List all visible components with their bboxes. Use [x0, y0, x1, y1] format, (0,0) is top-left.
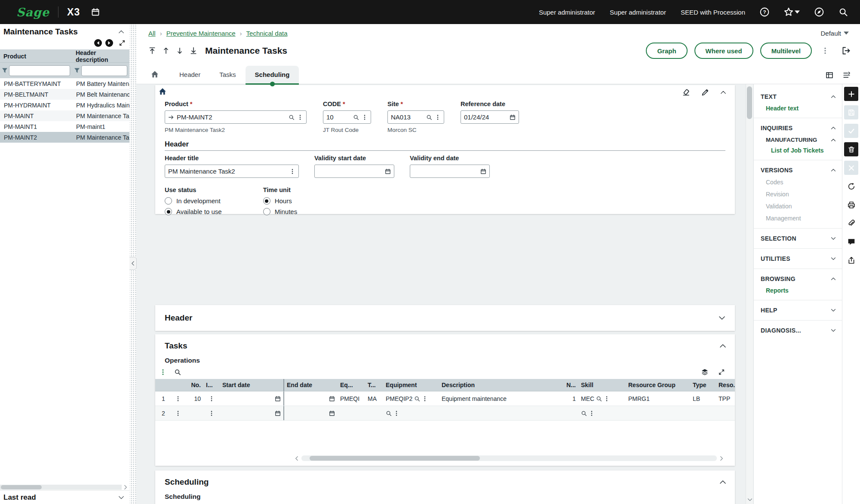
- home-tab-icon[interactable]: [151, 70, 159, 78]
- operations-row[interactable]: 2: [155, 406, 735, 421]
- section-help[interactable]: HELP: [761, 304, 836, 316]
- field-actions-icon[interactable]: [422, 396, 428, 402]
- link-reports[interactable]: Reports: [761, 285, 836, 296]
- collapse-panel-icon[interactable]: [118, 29, 124, 35]
- refresh-button[interactable]: [844, 179, 858, 193]
- col-i[interactable]: I...: [203, 382, 220, 388]
- col-equipment[interactable]: Equipment: [383, 382, 439, 388]
- section-manufacturing[interactable]: MANUFACTURING: [761, 134, 836, 145]
- main-vertical-scrollbar[interactable]: [746, 84, 753, 504]
- pencil-icon[interactable]: [701, 89, 709, 96]
- scroll-left-icon[interactable]: [294, 456, 299, 461]
- column-header-description[interactable]: Header description: [72, 49, 129, 63]
- search-icon[interactable]: [838, 7, 848, 17]
- site-input[interactable]: [391, 113, 424, 121]
- breadcrumb-all[interactable]: All: [148, 30, 156, 37]
- attachments-button[interactable]: [844, 216, 858, 230]
- filter-product-input[interactable]: [9, 65, 70, 76]
- field-actions-icon[interactable]: [604, 396, 610, 402]
- calendar-icon[interactable]: [329, 396, 335, 402]
- section-inquiries[interactable]: INQUIRIES: [761, 122, 836, 134]
- lookup-icon[interactable]: [353, 114, 359, 120]
- print-button[interactable]: [844, 198, 858, 212]
- scroll-down-icon[interactable]: [176, 47, 184, 55]
- multilevel-button[interactable]: Multilevel: [760, 43, 812, 59]
- compass-icon[interactable]: [814, 7, 824, 17]
- calendar-icon[interactable]: [480, 168, 486, 174]
- field-actions-icon[interactable]: [362, 114, 368, 120]
- left-panel-horizontal-scrollbar[interactable]: [0, 484, 129, 490]
- operations-horizontal-scrollbar[interactable]: [292, 455, 726, 461]
- record-row[interactable]: PM-BATTERYMAINTPM Battery Maintena: [0, 78, 129, 89]
- col-eq[interactable]: Eq...: [338, 382, 365, 388]
- calendar-nav-icon[interactable]: [91, 8, 100, 16]
- lookup-icon[interactable]: [596, 396, 602, 402]
- section-browsing[interactable]: BROWSING: [761, 273, 836, 285]
- endpoint-name[interactable]: SEED with Procession: [681, 9, 745, 16]
- scroll-right-icon[interactable]: [123, 485, 128, 490]
- calendar-icon[interactable]: [329, 410, 335, 416]
- column-header-product[interactable]: Product: [0, 53, 72, 60]
- tab-header[interactable]: Header: [170, 66, 210, 84]
- cancel-button[interactable]: [844, 161, 858, 175]
- header-title-field[interactable]: [165, 165, 299, 178]
- reference-date-input[interactable]: [464, 113, 507, 121]
- scrollbar-thumb[interactable]: [310, 456, 480, 461]
- col-t[interactable]: T...: [365, 382, 383, 388]
- section-utilities[interactable]: UTILITIES: [761, 253, 836, 265]
- section-anchor-icon[interactable]: [159, 88, 166, 95]
- favorites-menu[interactable]: [784, 7, 800, 17]
- filter-description-input[interactable]: [81, 65, 127, 76]
- more-actions-icon[interactable]: [821, 47, 829, 55]
- exit-icon[interactable]: [842, 46, 851, 55]
- grid-menu-icon[interactable]: [160, 369, 166, 376]
- lookup-icon[interactable]: [581, 410, 587, 416]
- expand-section-icon[interactable]: [719, 315, 725, 321]
- lookup-icon[interactable]: [414, 396, 420, 402]
- scroll-right-icon[interactable]: [719, 456, 724, 461]
- collapse-left-panel-handle[interactable]: [129, 257, 137, 270]
- section-selection[interactable]: SELECTION: [761, 232, 836, 244]
- reference-date-field[interactable]: [461, 110, 519, 124]
- eraser-icon[interactable]: [682, 89, 690, 96]
- radio-circle-checked[interactable]: [263, 197, 270, 205]
- last-read-expand-icon[interactable]: [118, 495, 124, 501]
- scrollbar-thumb[interactable]: [1, 485, 42, 489]
- layout-selector[interactable]: Default: [820, 30, 849, 37]
- record-row[interactable]: PM-MAINTPM Maintenance Tas: [0, 110, 129, 121]
- last-read-label[interactable]: Last read: [3, 493, 36, 502]
- row-actions-icon[interactable]: [209, 410, 215, 416]
- help-icon[interactable]: ?: [760, 7, 769, 17]
- next-record-icon[interactable]: [105, 39, 113, 47]
- scroll-up-icon[interactable]: [162, 47, 170, 55]
- radio-minutes[interactable]: Minutes: [263, 208, 298, 215]
- new-record-button[interactable]: [844, 87, 858, 101]
- col-skill[interactable]: Skill: [578, 382, 626, 388]
- section-versions[interactable]: VERSIONS: [761, 164, 836, 176]
- row-actions-icon[interactable]: [175, 396, 181, 402]
- operations-row[interactable]: 1 10 PMEQI MA PMEQIP2 Equipment maintena…: [155, 391, 735, 406]
- field-actions-icon[interactable]: [297, 114, 303, 120]
- field-actions-icon[interactable]: [393, 410, 399, 416]
- field-actions-icon[interactable]: [289, 168, 295, 174]
- radio-circle-checked[interactable]: [165, 208, 172, 215]
- record-row[interactable]: PM-BELTMAINTPM Belt Maintenance: [0, 89, 129, 100]
- product-input[interactable]: [177, 113, 286, 121]
- link-list-of-job-tickets[interactable]: List of Job Tickets: [761, 145, 836, 156]
- tab-scheduling[interactable]: Scheduling: [246, 66, 299, 84]
- scroll-down-icon[interactable]: [747, 497, 752, 502]
- radio-in-development[interactable]: In development: [165, 197, 222, 205]
- row-actions-icon[interactable]: [175, 410, 181, 416]
- product-field[interactable]: [165, 110, 307, 124]
- comments-button[interactable]: [844, 235, 858, 249]
- col-reso[interactable]: Reso...: [716, 382, 735, 388]
- col-resource-group[interactable]: Resource Group: [626, 382, 690, 388]
- site-field[interactable]: [387, 110, 444, 124]
- confirm-button[interactable]: [844, 124, 858, 138]
- link-header-text[interactable]: Header text: [761, 103, 836, 114]
- code-field[interactable]: [323, 110, 371, 124]
- collapse-section-icon[interactable]: [719, 479, 726, 486]
- grid-layers-icon[interactable]: [701, 369, 708, 376]
- validity-end-field[interactable]: [410, 165, 490, 178]
- grid-search-icon[interactable]: [174, 369, 181, 376]
